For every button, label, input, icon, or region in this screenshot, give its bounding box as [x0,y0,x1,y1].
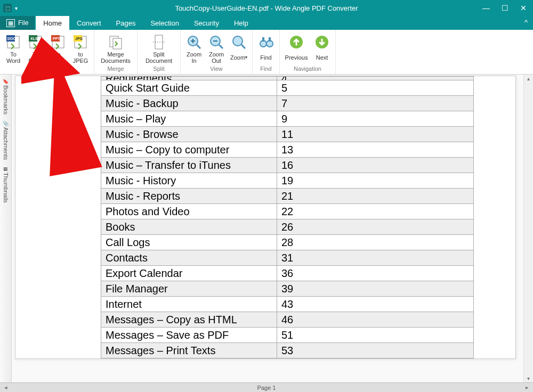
svg-rect-28 [269,37,271,42]
previous-button[interactable]: Previous [283,32,310,64]
app-icon: ⬚ [3,4,12,12]
toc-page-cell: 39 [277,281,474,297]
toc-title-cell: Music - Backup [101,96,277,111]
tab-security[interactable]: Security [187,16,227,30]
vertical-scrollbar[interactable]: ▴ ▾ [523,75,533,382]
zoom-in-button[interactable]: Zoom In [184,32,204,64]
titlebar-left-icons: ⬚ ▾ [3,4,18,12]
toc-title-cell: Photos and Video [101,204,277,219]
to-excel-button[interactable]: XLS To Excel [26,32,46,64]
toc-page-cell: 7 [277,96,474,111]
tab-home-label: Home [43,19,62,27]
toc-page-cell: 16 [277,158,474,173]
split-document-button[interactable]: Split Document [141,32,177,64]
excel-file-icon: XLS [27,33,45,51]
side-tab-attachments[interactable]: 📎Attachments [3,119,9,162]
toc-page-cell: 21 [277,189,474,204]
zoom-in-label: Zoom In [187,51,201,64]
thumbnails-icon: ▦ [3,166,8,172]
toc-page-cell: 31 [277,250,474,266]
document-scroll-area: Requirements4Quick Start Guide5Music - B… [12,75,533,382]
zoom-icon [230,33,248,51]
titlebar-dropdown-icon[interactable]: ▾ [15,5,18,11]
tab-selection[interactable]: Selection [143,16,186,30]
toc-title-cell: Music - Browse [101,127,277,142]
zoom-dropdown-button[interactable]: Zoom ▾ [229,32,249,64]
ribbon-group-split: Split Document Split [138,30,181,74]
minimize-button[interactable]: — [479,4,493,12]
tab-selection-label: Selection [150,19,179,27]
to-ppt-button[interactable]: PPT to PPT [48,32,68,64]
scroll-down-icon[interactable]: ▾ [526,374,531,382]
toc-page-cell: 28 [277,235,474,250]
table-row: Music - Backup7 [101,96,474,111]
toc-title-cell: Music – Transfer to iTunes [101,158,277,173]
zoom-out-label: Zoom Out [209,51,224,64]
toc-page-cell: 46 [277,312,474,328]
table-row: Internet43 [101,297,474,312]
svg-line-21 [219,45,223,48]
toc-title-cell: File Manager [101,281,277,297]
table-row: Quick Start Guide5 [101,80,474,96]
find-button[interactable]: Find [256,32,276,64]
zoom-label: Zoom ▾ [230,51,247,64]
toc-title-cell: Internet [101,297,277,312]
to-word-label: To Word [6,51,20,64]
ribbon-group-view: Zoom In Zoom Out Zoom ▾ View [181,30,253,74]
toc-page-cell: 51 [277,328,474,343]
side-tab-bookmarks[interactable]: 🔖Bookmarks [3,77,9,117]
scroll-left-icon[interactable]: ◂ [1,384,11,391]
svg-line-17 [197,45,200,48]
tab-convert-label: Convert [77,19,101,27]
tab-help[interactable]: Help [227,16,256,30]
zoom-out-button[interactable]: Zoom Out [206,32,227,64]
ppt-file-icon: PPT [49,33,67,51]
table-of-contents: Requirements4Quick Start Guide5Music - B… [101,76,474,358]
svg-point-23 [233,36,243,46]
table-row: Photos and Video22 [101,204,474,219]
table-row: Export Calendar36 [101,266,474,281]
toc-title-cell: Call Logs [101,235,277,250]
next-button[interactable]: Next [312,32,332,64]
side-tab-thumbnails-label: Thumbnails [3,173,9,203]
tab-convert[interactable]: Convert [69,16,109,30]
toc-title-cell: Requirements [101,77,277,80]
table-row: Books26 [101,219,474,235]
scrollbar-track[interactable] [524,83,533,374]
file-menu-label: File [18,19,28,27]
split-icon [150,33,168,51]
navigation-group-label: Navigation [294,66,321,73]
svg-rect-27 [262,37,264,42]
to-jpeg-button[interactable]: JPG to JPEG [70,32,91,64]
table-row: File Manager39 [101,281,474,297]
table-row: Music – Transfer to iTunes16 [101,158,474,173]
ribbon-group-navigation: Previous Next Navigation [280,30,336,74]
toc-page-cell: 5 [277,80,474,96]
to-word-button[interactable]: DOCX To Word [3,32,23,64]
previous-arrow-icon [287,33,305,51]
merge-icon [107,33,125,51]
merge-documents-button[interactable]: Merge Documents [98,32,134,64]
tab-pages[interactable]: Pages [109,16,143,30]
side-tab-thumbnails[interactable]: ▦Thumbnails [3,164,9,205]
svg-text:PPT: PPT [53,37,60,40]
scroll-up-icon[interactable]: ▴ [526,75,531,83]
table-row: Messages – Save as PDF51 [101,328,474,343]
scroll-right-icon[interactable]: ▸ [522,384,532,391]
close-button[interactable]: ✕ [517,4,530,12]
side-tab-bookmarks-label: Bookmarks [3,85,9,115]
toc-title-cell: Contacts [101,250,277,266]
table-row: Music – Copy to computer13 [101,142,474,158]
tab-help-label: Help [234,19,248,27]
file-menu[interactable]: ▦ File [0,16,35,30]
side-panel: 🔖Bookmarks 📎Attachments ▦Thumbnails [0,75,12,382]
bookmark-icon: 🔖 [3,79,9,84]
side-tab-attachments-label: Attachments [3,127,9,160]
collapse-ribbon-icon[interactable]: ^ [524,18,528,26]
tab-home[interactable]: Home [36,16,69,30]
toc-page-cell: 43 [277,297,474,312]
document-viewport[interactable]: Requirements4Quick Start Guide5Music - B… [12,75,523,382]
maximize-button[interactable]: ☐ [498,4,512,12]
view-group-label: View [210,66,223,73]
toc-title-cell: Music – Copy to computer [101,142,277,158]
